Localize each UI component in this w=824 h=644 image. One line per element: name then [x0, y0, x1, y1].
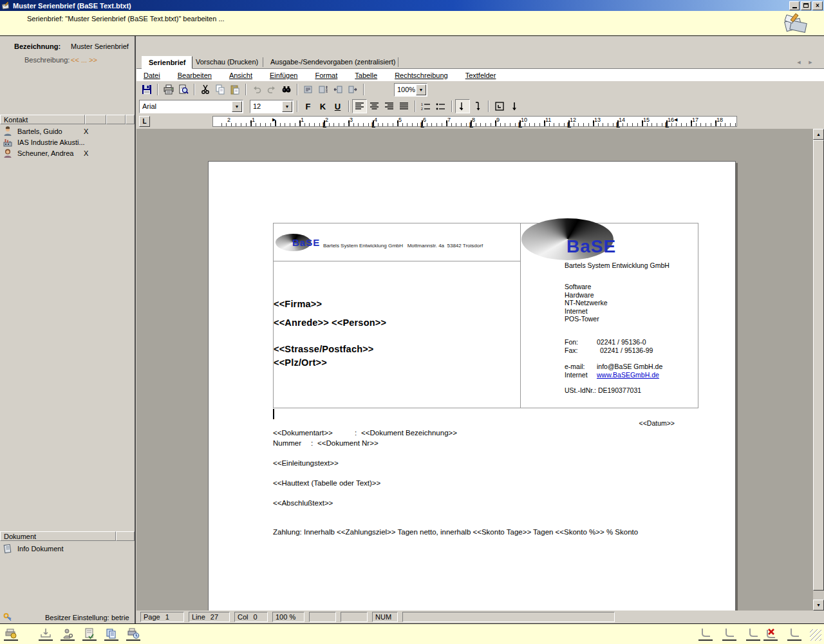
placeholder-firma[interactable]: <<Firma>>: [274, 299, 322, 309]
beschreibung-value[interactable]: << ... >>: [71, 56, 97, 64]
kontakt-flag[interactable]: X: [84, 149, 88, 157]
placeholder-hauttext[interactable]: <<Hauttext (Tabelle oder Text)>>: [273, 479, 380, 487]
dokument-header[interactable]: Dokument: [0, 531, 116, 541]
printer-coin-icon[interactable]: [4, 628, 18, 641]
tab-stop-marker[interactable]: L: [616, 122, 620, 129]
indent-decrease-button[interactable]: [330, 82, 345, 97]
numbered-list-button[interactable]: 12: [418, 99, 433, 113]
tab-stop-marker[interactable]: L: [323, 122, 326, 129]
zoom-combobox[interactable]: 100% ▼: [394, 83, 427, 97]
exit-action-icon[interactable]: [698, 628, 713, 641]
ruler[interactable]: 2 1 ▶ 1 2 3 4 5 6 7 8 9 10 11 12 13 14 1…: [212, 116, 737, 127]
tab-stop-marker[interactable]: L: [371, 122, 375, 129]
align-left-button[interactable]: [352, 99, 367, 113]
placeholder-einleitungstext[interactable]: <<Einleitungstext>>: [273, 459, 339, 467]
underline-button[interactable]: U: [330, 99, 345, 113]
kontakt-row[interactable]: Scheuner, Andrea X: [0, 147, 135, 158]
tab-ausgabe[interactable]: Ausgabe-/Sendevorgaben (zentralisiert): [270, 58, 395, 66]
copy-documents-icon[interactable]: [104, 628, 118, 641]
kontakt-header-col4[interactable]: [126, 115, 135, 124]
print-preview-button[interactable]: [176, 82, 191, 97]
font-combobox[interactable]: Arial ▼: [139, 100, 243, 113]
cancel-exit-icon[interactable]: [763, 628, 778, 641]
contact-lookup-icon[interactable]: [61, 628, 75, 641]
document-page[interactable]: BaSE Bartels System Entwicklung GmbH Mot…: [208, 161, 736, 611]
undo-button[interactable]: [249, 82, 264, 97]
tab-stop-marker[interactable]: L: [665, 122, 669, 129]
tab-stop-button[interactable]: [492, 99, 507, 113]
menu-einfuegen[interactable]: Einfügen: [270, 71, 297, 79]
print-button[interactable]: [161, 82, 176, 97]
kontakt-row[interactable]: IAS Industrie Akusti...: [0, 137, 135, 147]
menu-textfelder[interactable]: Textfelder: [465, 71, 496, 79]
internet-link[interactable]: www.BaSEGmbH.de: [597, 371, 659, 379]
exit-action-icon[interactable]: [787, 628, 801, 641]
tab-serienbrief[interactable]: Serienbrief: [142, 56, 192, 69]
bold-button[interactable]: F: [301, 99, 315, 113]
menu-bearbeiten[interactable]: Bearbeiten: [178, 71, 212, 79]
placeholder-anrede-person[interactable]: <<Anrede>> <<Person>>: [274, 317, 386, 328]
exit-action-icon[interactable]: [746, 628, 760, 641]
paste-button[interactable]: [227, 82, 242, 97]
copy-button[interactable]: [212, 82, 227, 97]
minimize-button[interactable]: [789, 1, 800, 10]
kontakt-flag[interactable]: X: [84, 128, 88, 135]
kontakt-header-col3[interactable]: [106, 115, 126, 124]
margin-marker-icon[interactable]: ▶: [272, 117, 276, 122]
exit-action-icon[interactable]: [722, 628, 736, 641]
kontakt-header-row[interactable]: Kontakt: [0, 115, 135, 124]
close-button[interactable]: ×: [812, 1, 823, 10]
dokument-header-row[interactable]: Dokument: [0, 531, 135, 541]
font-dropdown-icon[interactable]: ▼: [232, 101, 242, 112]
menu-ansicht[interactable]: Ansicht: [229, 71, 252, 79]
paragraph-left-button[interactable]: [301, 82, 315, 97]
tab-type-button[interactable]: L: [139, 116, 150, 127]
dokument-row[interactable]: Info Dokument: [0, 543, 135, 554]
placeholder-datum[interactable]: <<Datum>>: [595, 419, 675, 427]
redo-button[interactable]: [264, 82, 279, 97]
paragraph-expand-button[interactable]: [315, 82, 330, 97]
tab-scroll-right-icon[interactable]: ▶: [806, 58, 815, 66]
paragraph-break-button[interactable]: [470, 99, 485, 113]
menu-tabelle[interactable]: Tabelle: [355, 71, 377, 79]
indent-increase-button[interactable]: [345, 82, 360, 97]
tab-scroll-left-icon[interactable]: ◀: [794, 58, 803, 66]
align-justify-button[interactable]: [397, 99, 411, 113]
cut-button[interactable]: [198, 82, 212, 97]
tab-vorschau[interactable]: Vorschau (Drucken): [196, 58, 258, 66]
menu-datei[interactable]: Datei: [144, 71, 160, 79]
dokument-header-col2[interactable]: [116, 531, 135, 541]
right-indent-marker-icon[interactable]: ◀: [674, 117, 677, 122]
placeholder-abschlusstext[interactable]: <<Abschlußtext>>: [273, 499, 333, 507]
vertical-scrollbar[interactable]: ▲ ▼: [813, 129, 824, 611]
tab-stop-marker[interactable]: L: [420, 122, 424, 129]
zahlung-line[interactable]: Zahlung: Innerhalb <<Zahlungsziel>> Tage…: [273, 528, 638, 536]
scroll-up-icon[interactable]: ▲: [813, 129, 824, 140]
align-right-button[interactable]: [382, 99, 397, 113]
resize-grip[interactable]: [810, 629, 821, 641]
restore-button[interactable]: [801, 1, 811, 10]
italic-button[interactable]: K: [315, 99, 330, 113]
kontakt-header-col2[interactable]: [85, 115, 106, 124]
menu-rechtschreibung[interactable]: Rechtschreibung: [395, 71, 448, 79]
kontakt-header[interactable]: Kontakt: [0, 115, 85, 124]
find-button[interactable]: [279, 82, 294, 97]
placeholder-plzort[interactable]: <<Plz/Ort>>: [274, 357, 327, 368]
kontakt-row[interactable]: Bartels, Guido X: [0, 126, 135, 137]
insert-down-button[interactable]: [507, 99, 521, 113]
bullet-list-button[interactable]: [433, 99, 448, 113]
menu-format[interactable]: Format: [315, 71, 337, 79]
zoom-dropdown-icon[interactable]: ▼: [416, 84, 426, 95]
document-check-icon[interactable]: [82, 628, 97, 641]
align-center-button[interactable]: [367, 99, 382, 113]
scrollbar-thumb[interactable]: [813, 140, 824, 591]
line-break-button[interactable]: [455, 99, 470, 113]
import-arrow-icon[interactable]: [39, 628, 53, 641]
tab-stop-marker[interactable]: L: [567, 122, 571, 129]
font-size-dropdown-icon[interactable]: ▼: [282, 101, 292, 112]
tab-stop-marker[interactable]: L: [469, 122, 473, 129]
save-button[interactable]: [139, 82, 154, 97]
placeholder-strasse[interactable]: <<Strasse/Postfach>>: [274, 344, 374, 354]
font-size-combobox[interactable]: 12 ▼: [250, 100, 294, 113]
tab-stop-marker[interactable]: L: [518, 122, 522, 129]
